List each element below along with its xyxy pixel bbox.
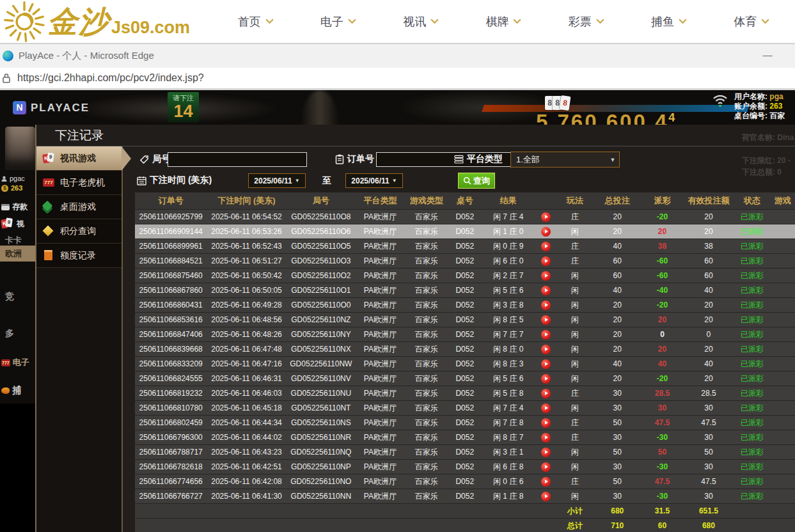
game-cell	[770, 416, 795, 430]
table-row[interactable]: 2506110668024592025-06-11 06:44:34GD0522…	[135, 416, 795, 430]
nav-cards[interactable]: 棋牌	[462, 0, 545, 43]
play-icon[interactable]	[541, 301, 551, 310]
nav-live[interactable]: 视讯	[380, 0, 462, 43]
search-button[interactable]: 查询	[458, 173, 495, 189]
round-no-input[interactable]	[168, 152, 307, 167]
table-row[interactable]: 2506110668192322025-06-11 06:46:03GD0522…	[135, 386, 795, 401]
table-row[interactable]: 2506110668754602025-06-11 06:50:42GD0522…	[135, 269, 795, 283]
bet-side-cell: 庄	[556, 474, 594, 489]
table-row[interactable]: 2506110668999612025-06-11 06:52:43GD0522…	[135, 239, 795, 254]
table-row[interactable]: 2506110668245552025-06-11 06:46:31GD0522…	[135, 372, 795, 386]
nav-sports[interactable]: 体育	[711, 0, 793, 43]
order-cell: 250611066899961	[135, 239, 207, 254]
valid-bet-cell: 30	[683, 401, 734, 416]
status-cell: 已派彩	[734, 298, 771, 313]
nav-fishing[interactable]: 捕鱼	[627, 0, 710, 43]
play-icon[interactable]	[541, 389, 551, 398]
play-icon[interactable]	[541, 242, 551, 251]
order-cell: 250611066824555	[135, 372, 207, 386]
time-cell: 2025-06-11 06:47:48	[207, 342, 286, 357]
play-icon[interactable]	[541, 271, 551, 281]
valid-bet-cell: 20	[683, 210, 734, 224]
search-icon	[463, 176, 471, 185]
cell	[448, 519, 482, 532]
play-icon[interactable]	[541, 359, 551, 369]
balance-row: 账户余额: 263	[734, 102, 795, 111]
sidebar-item-points[interactable]: 积分查询	[36, 219, 122, 244]
playace-brand-text: PLAYACE	[31, 102, 90, 114]
table-row[interactable]: 2506110667826182025-06-11 06:42:51GD0522…	[135, 460, 795, 474]
sidebar-item-credit-records[interactable]: 额度记录	[36, 244, 122, 268]
table-row[interactable]: 2506110667667272025-06-11 06:41:30GD0522…	[135, 489, 795, 504]
platform-type-select[interactable]: 1.全部 ▼	[510, 152, 620, 168]
game-type-cell: 百家乐	[405, 283, 448, 298]
table-row[interactable]: 2506110667746562025-06-11 06:42:08GD0522…	[135, 474, 795, 489]
url-text: https://gci.2hhapi.com/pc/pcv2/index.jsp…	[17, 72, 204, 84]
play-icon[interactable]	[541, 330, 551, 340]
valid-bet-cell: 20	[683, 224, 734, 239]
time-cell: 2025-06-11 06:42:08	[207, 474, 286, 489]
column-header: 有效投注额	[683, 192, 734, 210]
table-row[interactable]: 2506110668536162025-06-11 06:48:56GD0522…	[135, 313, 795, 327]
address-bar[interactable]: https://gci.2hhapi.com/pc/pcv2/index.jsp…	[0, 68, 795, 90]
table-row[interactable]: 2506110667887172025-06-11 06:43:23GD0522…	[135, 445, 795, 460]
play-icon[interactable]	[541, 315, 551, 325]
play-icon[interactable]	[541, 403, 551, 413]
play-icon[interactable]	[541, 212, 551, 222]
table-row[interactable]: 2506110668845212025-06-11 06:51:27GD0522…	[135, 254, 795, 269]
play-icon[interactable]	[541, 462, 551, 472]
date-from-select[interactable]: 2025/06/11 ▼	[248, 173, 306, 188]
minimize-button[interactable]: —	[762, 51, 773, 60]
table-row[interactable]: 2506110668396682025-06-11 06:47:48GD0522…	[135, 342, 795, 357]
slot-777-icon: 777	[1, 359, 10, 366]
result-cell: 闲 7 庄 4	[482, 401, 535, 416]
modal-content: 荷官名称: Dina 下注限红: 20 - 下注总额: 0 局号 订单号	[123, 146, 795, 532]
round-cell: GD052256110O3	[287, 254, 356, 269]
cell	[405, 504, 448, 519]
nav-slots[interactable]: 电子	[297, 0, 379, 43]
play-icon[interactable]	[541, 448, 551, 457]
site-logo[interactable]: 金沙 Js09.com	[1, 0, 190, 43]
game-type-cell: 百家乐	[405, 386, 448, 401]
hall-eu-text: 欧洲	[5, 248, 22, 260]
date-to-select[interactable]: 2025/06/11 ▼	[345, 173, 403, 188]
table-row[interactable]: 2506110667963002025-06-11 06:44:02GD0522…	[135, 430, 795, 445]
play-icon[interactable]	[541, 374, 551, 384]
platform-cell: PA欧洲厅	[356, 342, 405, 357]
sidebar-item-table-games[interactable]: 桌面游戏	[36, 195, 122, 219]
play-icon[interactable]	[541, 492, 551, 501]
play-icon[interactable]	[541, 477, 551, 487]
play-icon[interactable]	[541, 286, 551, 295]
time-cell: 2025-06-11 06:51:27	[207, 254, 286, 269]
sidebar-item-slots[interactable]: 777 电子老虎机	[36, 171, 122, 195]
result-cell: 闲 1 庄 8	[482, 489, 535, 504]
table-row[interactable]: 2506110668474062025-06-11 06:48:26GD0522…	[135, 327, 795, 342]
left-menu-username: pgac	[1, 175, 25, 182]
user-name-row: 用户名称: pga	[734, 92, 795, 102]
game-type-cell: 百家乐	[405, 239, 448, 254]
play-icon[interactable]	[541, 256, 551, 266]
table-row[interactable]: 2506110669257992025-06-11 06:54:52GD0522…	[135, 210, 795, 224]
table-row[interactable]: 2506110668604312025-06-11 06:49:28GD0522…	[135, 298, 795, 313]
nav-home[interactable]: 首页	[214, 0, 297, 43]
sidebar-item-live-games[interactable]: K9 视讯游戏	[36, 146, 122, 171]
table-no-cell: D052	[448, 327, 482, 342]
play-icon[interactable]	[541, 418, 551, 428]
user-name-value: pga	[769, 92, 783, 101]
payout-cell: -40	[642, 283, 684, 298]
game-type-cell: 百家乐	[405, 430, 448, 445]
table-row[interactable]: 2506110668678602025-06-11 06:50:05GD0522…	[135, 283, 795, 298]
play-icon[interactable]	[541, 433, 551, 442]
left-menu-hall-kk: 卡卡	[5, 235, 22, 246]
table-row[interactable]: 2506110668107802025-06-11 06:45:18GD0522…	[135, 401, 795, 416]
play-icon[interactable]	[541, 345, 551, 354]
site-nav: 首页 电子 视讯 棋牌 彩票 捕鱼 体育	[214, 0, 793, 43]
status-cell: 已派彩	[734, 460, 771, 474]
nav-lottery[interactable]: 彩票	[545, 0, 627, 43]
table-row[interactable]: 2506110668332092025-06-11 06:47:16GD0522…	[135, 357, 795, 372]
order-cell: 250611066810780	[135, 401, 207, 416]
play-icon[interactable]	[541, 227, 551, 237]
bet-side-cell: 庄	[556, 416, 594, 430]
chevron-down-icon	[513, 19, 521, 24]
table-row[interactable]: 2506110669091442025-06-11 06:53:26GD0522…	[135, 224, 795, 239]
